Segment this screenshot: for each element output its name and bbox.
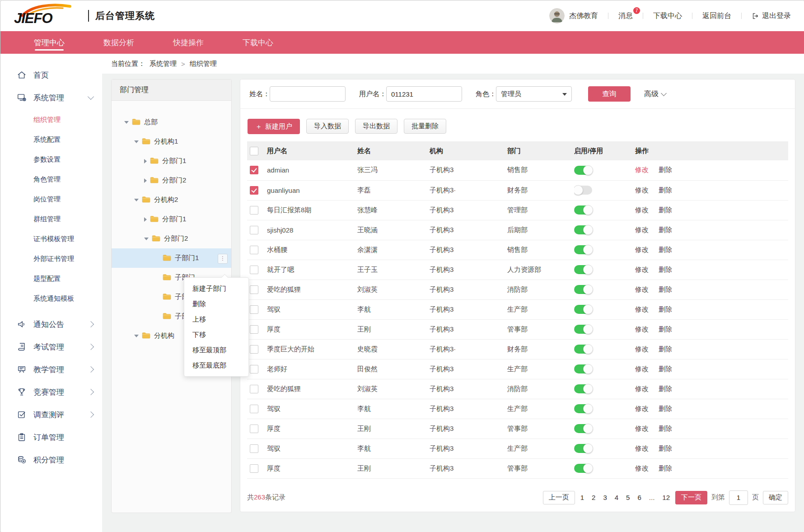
enable-toggle[interactable] <box>574 364 592 373</box>
sidebar-item-考试管理[interactable]: 考试管理 <box>0 336 102 358</box>
sidebar-subitem-参数设置[interactable]: 参数设置 <box>0 149 102 169</box>
back-to-front-link[interactable]: 返回前台 <box>702 11 731 21</box>
tree-node-分机构2[interactable]: 分机构2 <box>112 190 231 210</box>
enable-toggle[interactable] <box>574 265 592 274</box>
enable-toggle[interactable] <box>574 285 592 294</box>
enable-toggle[interactable] <box>574 325 592 334</box>
row-checkbox[interactable] <box>250 206 258 215</box>
delete-link[interactable]: 删除 <box>659 365 672 373</box>
enable-toggle[interactable] <box>574 345 592 354</box>
sidebar-subitem-外部证书管理[interactable]: 外部证书管理 <box>0 249 102 269</box>
row-checkbox[interactable] <box>250 345 258 354</box>
page-number-1[interactable]: 1 <box>579 494 585 501</box>
row-checkbox[interactable] <box>250 246 258 254</box>
enable-toggle[interactable] <box>574 225 592 234</box>
sidebar-subitem-系统通知模板[interactable]: 系统通知模板 <box>0 289 102 308</box>
sidebar-item-通知公告[interactable]: 通知公告 <box>0 313 102 336</box>
user-name[interactable]: 杰佛教育 <box>569 11 598 21</box>
batch-delete-button[interactable]: 批量删除 <box>404 119 446 134</box>
goto-page-input[interactable] <box>729 490 748 505</box>
page-number-5[interactable]: 5 <box>625 494 631 501</box>
next-page-button[interactable]: 下一页 <box>675 491 707 504</box>
import-data-button[interactable]: 导入数据 <box>306 119 349 134</box>
export-data-button[interactable]: 导出数据 <box>355 119 397 134</box>
context-menu-item-删除[interactable]: 删除 <box>184 296 248 312</box>
tree-node-分部门2[interactable]: 分部门2 <box>112 229 231 248</box>
enable-toggle[interactable] <box>574 424 592 433</box>
delete-link[interactable]: 删除 <box>659 405 672 412</box>
enable-toggle[interactable] <box>574 205 592 215</box>
row-checkbox[interactable] <box>250 186 258 195</box>
edit-link[interactable]: 修改 <box>635 425 649 432</box>
name-filter-input[interactable] <box>270 86 346 102</box>
sidebar-item-积分管理[interactable]: 积分管理 <box>0 448 102 471</box>
advanced-toggle[interactable]: 高级 <box>644 89 666 99</box>
edit-link[interactable]: 修改 <box>635 405 649 412</box>
tree-node-分部门1[interactable]: 分部门1 <box>112 210 231 229</box>
edit-link[interactable]: 修改 <box>635 385 649 392</box>
delete-link[interactable]: 删除 <box>659 285 672 293</box>
collapse-arrow-icon[interactable] <box>144 217 147 222</box>
new-user-button[interactable]: ＋ 新建用户 <box>248 119 300 134</box>
sidebar-subitem-组织管理[interactable]: 组织管理 <box>0 110 102 130</box>
node-more-button[interactable]: ⋮ <box>218 254 228 264</box>
select-all-checkbox[interactable] <box>250 147 258 155</box>
row-checkbox[interactable] <box>250 325 258 334</box>
edit-link[interactable]: 修改 <box>635 345 649 353</box>
delete-link[interactable]: 删除 <box>659 425 672 432</box>
collapse-arrow-icon[interactable] <box>144 178 147 183</box>
nav-item-下载中心[interactable]: 下载中心 <box>243 31 273 54</box>
tree-node-分部门1[interactable]: 分部门1 <box>112 151 231 171</box>
expand-arrow-icon[interactable] <box>124 121 129 124</box>
delete-link[interactable]: 删除 <box>659 305 672 313</box>
row-checkbox[interactable] <box>250 266 258 274</box>
enable-toggle[interactable] <box>574 305 592 314</box>
tree-node-子部门1[interactable]: 子部门1⋮ <box>112 248 231 268</box>
role-select[interactable]: 管理员 <box>496 86 572 102</box>
edit-link[interactable]: 修改 <box>635 266 649 273</box>
expand-arrow-icon[interactable] <box>134 199 139 201</box>
delete-link[interactable]: 删除 <box>659 206 672 214</box>
expand-arrow-icon[interactable] <box>134 140 139 143</box>
sidebar-subitem-群组管理[interactable]: 群组管理 <box>0 209 102 229</box>
row-checkbox[interactable] <box>250 425 258 433</box>
sidebar-item-竞赛管理[interactable]: 竞赛管理 <box>0 381 102 403</box>
edit-link[interactable]: 修改 <box>635 285 649 293</box>
row-checkbox[interactable] <box>250 444 258 453</box>
logout-link[interactable]: 退出登录 <box>752 11 791 21</box>
confirm-page-button[interactable]: 确定 <box>763 491 788 504</box>
expand-arrow-icon[interactable] <box>144 238 149 240</box>
row-checkbox[interactable] <box>250 226 258 234</box>
edit-link[interactable]: 修改 <box>635 246 649 253</box>
tree-node-分部门2[interactable]: 分部门2 <box>112 171 231 190</box>
row-checkbox[interactable] <box>250 285 258 294</box>
sidebar-subitem-系统配置[interactable]: 系统配置 <box>0 130 102 149</box>
collapse-arrow-icon[interactable] <box>144 159 147 163</box>
enable-toggle[interactable] <box>574 464 592 473</box>
username-filter-input[interactable] <box>386 86 462 102</box>
delete-link[interactable]: 删除 <box>659 464 672 472</box>
context-menu-item-移至最底部[interactable]: 移至最底部 <box>184 358 248 373</box>
sidebar-item-系统管理[interactable]: 系统管理 <box>0 86 102 109</box>
sidebar-subitem-角色管理[interactable]: 角色管理 <box>0 169 102 189</box>
enable-toggle[interactable] <box>574 166 592 175</box>
row-checkbox[interactable] <box>250 464 258 473</box>
delete-link[interactable]: 删除 <box>659 266 672 273</box>
user-avatar[interactable] <box>549 8 565 23</box>
tree-node-分机构1[interactable]: 分机构1 <box>112 132 231 151</box>
sidebar-item-教学管理[interactable]: 教学管理 <box>0 358 102 381</box>
delete-link[interactable]: 删除 <box>659 246 672 253</box>
enable-toggle[interactable] <box>574 186 592 195</box>
enable-toggle[interactable] <box>574 384 592 393</box>
nav-item-管理中心[interactable]: 管理中心 <box>34 31 65 54</box>
edit-link[interactable]: 修改 <box>635 464 649 472</box>
sidebar-item-订单管理[interactable]: 订单管理 <box>0 426 102 448</box>
context-menu-item-上移[interactable]: 上移 <box>184 312 248 327</box>
delete-link[interactable]: 删除 <box>659 325 672 333</box>
enable-toggle[interactable] <box>574 404 592 413</box>
sidebar-subitem-证书模板管理[interactable]: 证书模板管理 <box>0 229 102 249</box>
sidebar-subitem-题型配置[interactable]: 题型配置 <box>0 269 102 289</box>
prev-page-button[interactable]: 上一页 <box>543 491 575 504</box>
edit-link[interactable]: 修改 <box>635 325 649 333</box>
delete-link[interactable]: 删除 <box>659 166 672 173</box>
